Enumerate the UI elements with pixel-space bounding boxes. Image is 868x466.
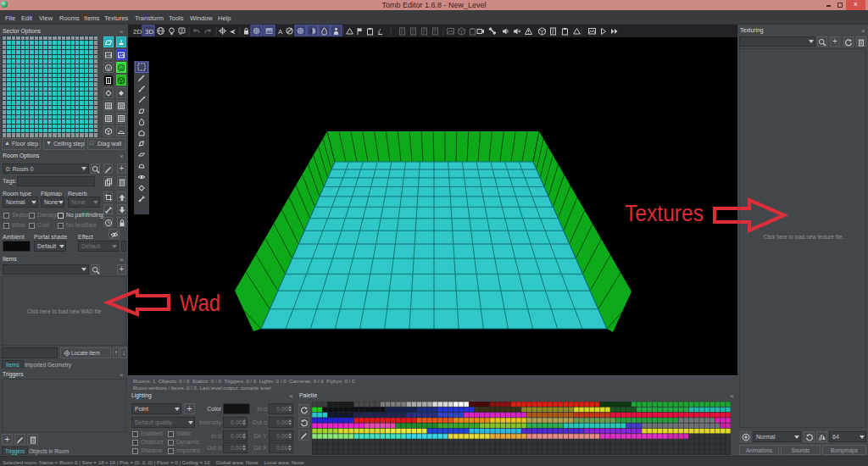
svg-text:2D: 2D	[133, 28, 142, 36]
svg-text:A: A	[278, 28, 283, 36]
svg-text:3D: 3D	[145, 28, 153, 36]
